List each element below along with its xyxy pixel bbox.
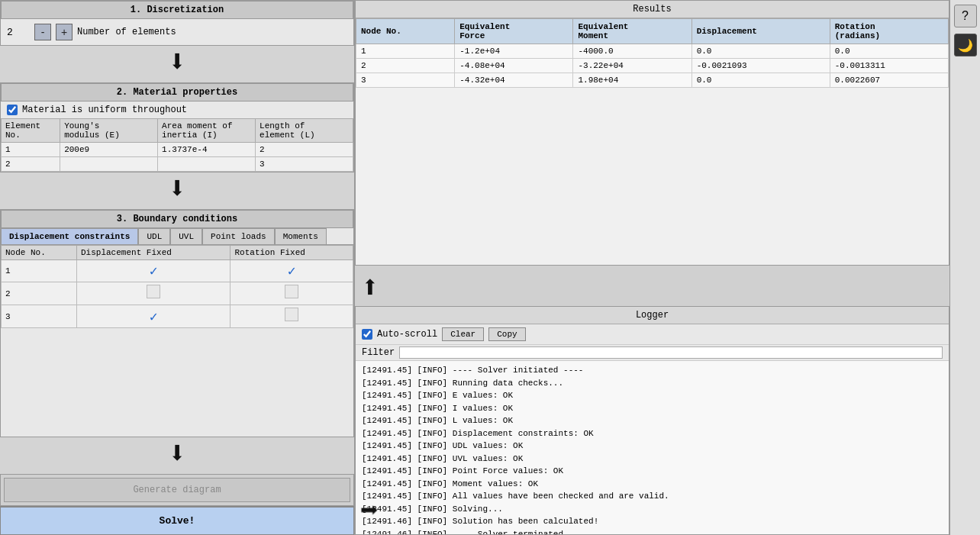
- res-disp: 0.0: [691, 44, 830, 59]
- dark-mode-button[interactable]: 🌙: [954, 34, 977, 56]
- results-header: Results: [356, 1, 949, 18]
- tab-udl[interactable]: UDL: [138, 228, 170, 244]
- uniform-checkbox[interactable]: [7, 105, 18, 115]
- num-elements-value: 2: [7, 27, 30, 38]
- inertia-input[interactable]: [162, 145, 251, 154]
- log-line: [12491.45] [INFO] UDL values: OK: [362, 440, 943, 453]
- log-line: [12491.45] [INFO] Moment values: OK: [362, 478, 943, 491]
- col-disp-fixed: Displacement Fixed: [77, 246, 230, 260]
- log-line: [12491.45] [INFO] Point Force values: OK: [362, 465, 943, 478]
- res-moment: -3.22e+04: [573, 59, 691, 73]
- col-length: Length ofelement (L): [256, 119, 353, 143]
- log-line: [12491.46] [INFO] Solution has been calc…: [362, 515, 943, 528]
- res-rot: 0.0: [830, 44, 948, 59]
- res-rot: -0.0013311: [830, 59, 948, 73]
- tab-uvl[interactable]: UVL: [170, 228, 202, 244]
- youngs-input[interactable]: [64, 160, 153, 169]
- length-input[interactable]: [260, 145, 349, 154]
- tab-moments[interactable]: Moments: [275, 228, 327, 244]
- rot-fixed-cell[interactable]: [230, 282, 353, 305]
- col-node: Node No.: [356, 19, 455, 44]
- results-table: Node No. EquivalentForce EquivalentMomen…: [356, 18, 949, 88]
- res-moment: -4000.0: [573, 44, 691, 59]
- mat-element-no: 2: [2, 157, 60, 172]
- logger-header: Logger: [356, 307, 949, 324]
- res-node: 1: [356, 44, 455, 59]
- minus-button[interactable]: -: [34, 24, 51, 40]
- arrow-down-3: ⬇: [0, 437, 354, 474]
- arrow-right-icon: ⬇: [352, 501, 389, 519]
- boundary-node-no: 3: [2, 305, 77, 328]
- log-line: [12491.45] [INFO] All values have been c…: [362, 490, 943, 503]
- filter-input[interactable]: [399, 346, 943, 359]
- log-line: [12491.45] [INFO] UVL values: OK: [362, 453, 943, 466]
- filter-row: Filter: [356, 345, 949, 361]
- plus-button[interactable]: +: [56, 24, 73, 40]
- generate-button[interactable]: Generate diagram: [4, 478, 350, 502]
- filter-label: Filter: [362, 347, 395, 358]
- inertia-input[interactable]: [162, 160, 251, 169]
- col-moment: EquivalentMoment: [573, 19, 691, 44]
- material-header: 2. Material properties: [1, 83, 353, 102]
- moon-icon: 🌙: [958, 38, 973, 53]
- res-disp: 0.0: [691, 73, 830, 88]
- col-inertia: Area moment ofinertia (I): [158, 119, 256, 143]
- arrow-up-icon: ⬇: [361, 267, 379, 305]
- help-icon: ?: [962, 9, 969, 23]
- boundary-table-row: 3✓: [2, 305, 353, 328]
- solve-button[interactable]: Solve!: [0, 507, 354, 535]
- arrow-down-icon-2: ⬇: [168, 176, 186, 206]
- mat-youngs[interactable]: [60, 143, 158, 157]
- material-table-row: 1: [2, 143, 353, 157]
- rot-fixed-cell[interactable]: ✓: [230, 260, 353, 282]
- mat-length[interactable]: [256, 143, 353, 157]
- discretization-row: 2 - + Number of elements: [1, 19, 353, 45]
- col-node-no: Node No.: [2, 246, 77, 260]
- log-line: [12491.45] [INFO] I values: OK: [362, 402, 943, 415]
- arrow-down-icon-3: ⬇: [168, 440, 186, 471]
- boundary-table-row: 2: [2, 282, 353, 305]
- log-line: [12491.45] [INFO] Displacement constrain…: [362, 427, 943, 440]
- arrow-down-2: ⬇: [0, 172, 354, 209]
- mat-inertia[interactable]: [158, 143, 256, 157]
- disp-fixed-cell[interactable]: ✓: [77, 260, 230, 282]
- mat-element-no: 1: [2, 143, 60, 157]
- tab-displacement[interactable]: Displacement constraints: [1, 228, 138, 244]
- rot-fixed-cell[interactable]: [230, 305, 353, 328]
- res-rot: 0.0022607: [830, 73, 948, 88]
- youngs-input[interactable]: [64, 145, 153, 154]
- results-table-row: 2 -4.08e+04 -3.22e+04 -0.0021093 -0.0013…: [356, 59, 949, 73]
- mat-youngs[interactable]: [60, 157, 158, 172]
- length-input[interactable]: [260, 160, 349, 169]
- boundary-tabs: Displacement constraints UDL UVL Point l…: [1, 228, 353, 245]
- res-node: 3: [356, 73, 455, 88]
- mat-inertia[interactable]: [158, 157, 256, 172]
- res-node: 2: [356, 59, 455, 73]
- results-section: Results Node No. EquivalentForce Equival…: [355, 0, 949, 266]
- help-button[interactable]: ?: [954, 5, 977, 27]
- clear-button[interactable]: Clear: [442, 327, 484, 341]
- log-line: [12491.45] [INFO] Running data checks...: [362, 377, 943, 390]
- material-table-header: Element No. Young'smodulus (E) Area mome…: [2, 119, 353, 143]
- boundary-table-row: 1✓✓: [2, 260, 353, 282]
- arrow-up-area: ⬇: [355, 266, 949, 306]
- solve-row: Solve!: [0, 506, 354, 535]
- auto-scroll-label: Auto-scroll: [377, 329, 437, 340]
- boundary-table-header: Node No. Displacement Fixed Rotation Fix…: [2, 246, 353, 260]
- boundary-node-no: 2: [2, 282, 77, 305]
- results-table-row: 3 -4.32e+04 1.98e+04 0.0 0.0022607: [356, 73, 949, 88]
- auto-scroll-checkbox[interactable]: [362, 329, 372, 340]
- col-rotation: Rotation(radians): [830, 19, 948, 44]
- mat-length[interactable]: [256, 157, 353, 172]
- arrow-down-1: ⬇: [0, 46, 354, 82]
- disp-fixed-cell[interactable]: ✓: [77, 305, 230, 328]
- log-line: [12491.45] [INFO] E values: OK: [362, 389, 943, 402]
- tab-point-loads[interactable]: Point loads: [202, 228, 275, 244]
- material-table: Element No. Young'smodulus (E) Area mome…: [1, 118, 353, 172]
- disp-fixed-cell[interactable]: [77, 282, 230, 305]
- col-force: EquivalentForce: [455, 19, 573, 44]
- arrow-down-icon-1: ⬇: [168, 49, 186, 79]
- main-layout: 1. Discretization 2 - + Number of elemen…: [0, 0, 980, 535]
- copy-button[interactable]: Copy: [488, 327, 525, 341]
- sidebar-icons: ? 🌙: [949, 0, 980, 535]
